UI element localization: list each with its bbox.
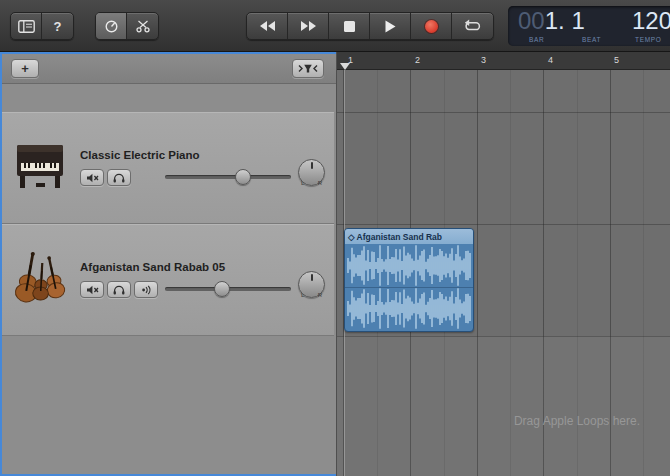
track-name: Classic Electric Piano	[80, 149, 200, 161]
waveform	[345, 244, 473, 287]
rewind-icon	[259, 21, 276, 31]
fast-forward-button[interactable]	[288, 13, 329, 39]
track-row[interactable]: Afganistan Sand Rabab 05	[2, 224, 334, 336]
plus-icon: +	[21, 61, 29, 76]
timeline-ruler[interactable]: 1 2 3 4 5	[337, 52, 670, 70]
add-track-button[interactable]: +	[11, 59, 39, 78]
lcd-position-leading-zeros: 00	[518, 7, 545, 34]
scissors-icon	[136, 20, 150, 33]
arrange-area[interactable]: 1 2 3 4 5 ◇ Afganistan Sand Rab Drag App…	[336, 52, 670, 476]
mute-button[interactable]	[80, 281, 104, 298]
cycle-icon	[463, 19, 482, 33]
audio-region-header: ◇ Afganistan Sand Rab	[345, 229, 473, 244]
fast-forward-icon	[300, 21, 317, 31]
audio-region-label: Afganistan Sand Rab	[357, 232, 442, 242]
volume-slider[interactable]	[165, 175, 291, 179]
lcd-bar-label: BAR	[529, 36, 544, 43]
track-control-buttons	[80, 169, 131, 186]
empty-lane-area[interactable]	[337, 336, 670, 476]
library-icon	[18, 20, 35, 33]
pan-right-label: R	[318, 292, 322, 298]
smart-controls-button[interactable]	[96, 13, 127, 39]
track-header-panel: +	[0, 52, 336, 476]
pan-left-label: L	[301, 292, 304, 298]
electric-piano-icon	[10, 139, 74, 199]
pan-right-label: R	[318, 180, 322, 186]
lcd-display[interactable]: 001. 1 BAR BEAT 120 TEMPO	[508, 6, 670, 46]
track-control-buttons	[80, 281, 158, 298]
audio-region-body	[345, 244, 473, 331]
track-row[interactable]: Classic Electric Piano	[2, 112, 334, 224]
library-button[interactable]	[11, 13, 42, 39]
headphones-icon	[113, 285, 125, 295]
stop-button[interactable]	[329, 13, 370, 39]
play-icon	[385, 20, 396, 33]
lcd-tempo-value: 120	[632, 7, 670, 35]
record-icon	[425, 20, 438, 33]
solo-button[interactable]	[107, 169, 131, 186]
ruler-bar-number: 2	[415, 55, 420, 65]
ruler-bar-number: 4	[548, 55, 553, 65]
lcd-beat-label: BEAT	[582, 36, 601, 43]
track-lane-divider	[337, 224, 670, 225]
ruler-bar-number: 5	[614, 55, 619, 65]
toolbar: ?	[0, 0, 670, 52]
volume-slider-thumb[interactable]	[235, 169, 251, 185]
volume-slider[interactable]	[165, 287, 291, 291]
track-panel-header: +	[2, 54, 336, 84]
rewind-button[interactable]	[247, 13, 288, 39]
lcd-position-value: 1. 1	[545, 7, 585, 34]
headphones-icon	[113, 173, 125, 183]
lcd-position: 001. 1	[518, 7, 585, 35]
mute-speaker-icon	[86, 173, 99, 183]
stereo-channel-divider	[345, 287, 473, 288]
editor-button[interactable]	[127, 13, 158, 39]
mute-speaker-icon	[86, 285, 99, 295]
funnel-icon	[297, 63, 319, 74]
drag-apple-loops-hint: Drag Apple Loops here.	[457, 414, 670, 428]
diamond-loop-icon: ◇	[348, 232, 355, 242]
question-mark-icon: ?	[54, 19, 62, 34]
pan-left-label: L	[301, 180, 304, 186]
quick-help-button[interactable]: ?	[42, 13, 73, 39]
input-monitoring-icon	[141, 285, 152, 295]
playhead-marker[interactable]	[340, 63, 350, 70]
stop-icon	[344, 21, 355, 32]
volume-slider-thumb[interactable]	[214, 281, 230, 297]
ruler-bar-number: 3	[481, 55, 486, 65]
view-toggle-group	[95, 12, 159, 40]
audio-region[interactable]: ◇ Afganistan Sand Rab	[344, 228, 474, 332]
cycle-button[interactable]	[452, 13, 493, 39]
track-filter-button[interactable]	[292, 59, 324, 78]
pan-knob-needle	[311, 274, 313, 281]
mute-button[interactable]	[80, 169, 104, 186]
pan-knob-needle	[311, 162, 313, 169]
input-monitoring-button[interactable]	[134, 281, 158, 298]
pan-knob[interactable]: L R	[298, 271, 325, 298]
play-button[interactable]	[370, 13, 411, 39]
library-help-group: ?	[10, 12, 74, 40]
pan-knob[interactable]: L R	[298, 159, 325, 186]
solo-button[interactable]	[107, 281, 131, 298]
record-button[interactable]	[411, 13, 452, 39]
string-ensemble-icon	[10, 251, 74, 311]
waveform	[345, 287, 473, 330]
transport-controls	[246, 12, 494, 40]
knob-icon	[104, 19, 119, 34]
track-name: Afganistan Sand Rabab 05	[80, 261, 225, 273]
lcd-tempo-label: TEMPO	[635, 36, 662, 43]
track-lane-divider	[337, 112, 670, 113]
